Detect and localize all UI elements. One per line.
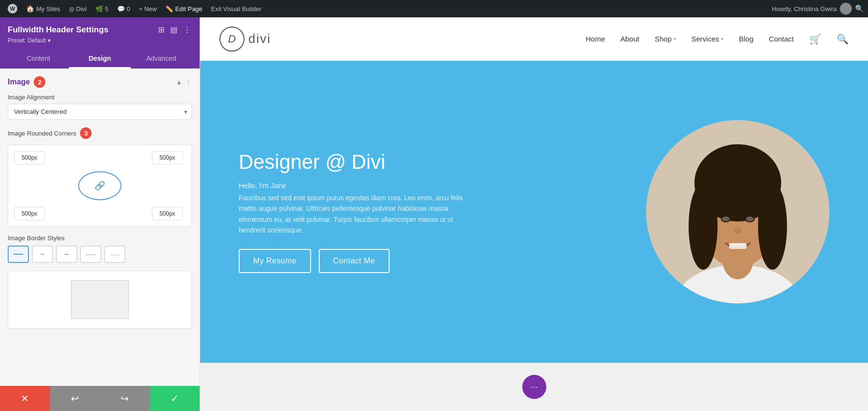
contact-button[interactable]: Contact Me [319, 249, 390, 273]
exit-builder-item[interactable]: Exit Visual Builder [207, 0, 266, 17]
wp-logo-item[interactable]: W [4, 0, 21, 17]
nav-item-home[interactable]: Home [585, 35, 605, 43]
hero-image-area [646, 120, 829, 303]
corner-tl-input[interactable] [14, 151, 45, 164]
tab-advanced[interactable]: Advanced [131, 50, 192, 68]
comment-bubble-item[interactable]: 💬 0 [113, 0, 134, 17]
nav-item-about[interactable]: About [620, 35, 639, 43]
undo-button[interactable]: ↩ [50, 386, 100, 411]
preset-label: Preset: Default [8, 37, 46, 44]
my-sites-item[interactable]: 🏠 My Sites [22, 0, 64, 17]
comments-item[interactable]: 🌿 5 [92, 0, 112, 17]
main-layout: Fullwidth Header Settings ⊞ ▤ ⋮ Preset: … [0, 17, 868, 411]
divi-item[interactable]: ◎ Divi [65, 0, 91, 17]
columns-icon[interactable]: ▤ [169, 24, 178, 35]
svg-point-7 [758, 183, 787, 270]
cancel-icon: ✕ [21, 393, 29, 404]
nav-item-shop[interactable]: Shop ▾ [655, 35, 676, 43]
corner-bl-input[interactable] [14, 207, 45, 220]
nav-item-services[interactable]: Services ▾ [692, 35, 724, 43]
avatar-svg [646, 120, 829, 303]
new-item[interactable]: + New [135, 0, 161, 17]
tab-row: Content Design Advanced [8, 50, 192, 68]
link-icon-center: 🔗 [51, 167, 149, 204]
cancel-button[interactable]: ✕ [0, 386, 50, 411]
dotted-icon: ····· [86, 250, 95, 258]
hero-body: Faucibus sed sed erat ipsum purus egesta… [239, 192, 470, 236]
comment-icon: 💬 [117, 5, 125, 13]
solid-border-icon [14, 254, 23, 255]
dots-icon: ··· [530, 382, 538, 392]
svg-point-12 [734, 228, 742, 234]
settings-panel: Fullwidth Header Settings ⊞ ▤ ⋮ Preset: … [0, 17, 200, 411]
corner-br-input[interactable] [152, 207, 183, 220]
redo-icon: ↪ [121, 393, 129, 404]
corner-tr-input[interactable] [152, 151, 183, 164]
border-style-dashed1[interactable]: ┄ [32, 246, 53, 263]
resume-button[interactable]: My Resume [239, 249, 311, 273]
save-button[interactable]: ✓ [150, 386, 200, 411]
tab-design[interactable]: Design [69, 50, 130, 68]
search-nav-icon[interactable]: 🔍 [837, 33, 849, 45]
floating-menu-button[interactable]: ··· [522, 375, 546, 399]
site-logo: D divi [219, 27, 271, 52]
logo-circle: D [219, 27, 244, 52]
alignment-select[interactable]: Vertically Centered Top Bottom [8, 104, 192, 120]
undo-icon: ↩ [71, 393, 79, 404]
tab-content[interactable]: Content [8, 50, 69, 68]
image-section-header: Image 2 ▲ ⋮ [8, 76, 192, 88]
preset-row[interactable]: Preset: Default ▾ [8, 37, 192, 44]
options-icon[interactable]: ⋮ [185, 78, 192, 86]
border-style-solid[interactable] [8, 246, 29, 263]
link-corners-button[interactable]: 🔗 [78, 171, 122, 200]
logo-icon: D [228, 33, 236, 45]
border-style-dotted[interactable]: ····· [80, 246, 101, 263]
services-chevron-icon: ▾ [721, 36, 723, 41]
hero-section: Designer @ Divi Hello, I'm Jane Faucibus… [200, 61, 868, 363]
admin-bar: W 🏠 My Sites ◎ Divi 🌿 5 💬 0 + New ✏️ Edi… [0, 0, 868, 17]
cart-icon[interactable]: 🛒 [809, 33, 821, 45]
step-badge-2: 2 [34, 76, 45, 88]
hero-subtitle: Hello, I'm Jane [239, 181, 617, 190]
panel-title: Fullwidth Header Settings [8, 25, 108, 35]
pencil-icon: ✏️ [165, 5, 173, 13]
exit-builder-label: Exit Visual Builder [211, 5, 262, 13]
step-badge-3: 3 [80, 127, 92, 139]
dashed2-icon: ╌ [65, 250, 68, 258]
hero-content: Designer @ Divi Hello, I'm Jane Faucibus… [239, 151, 617, 274]
preview-area: D divi Home About Shop ▾ Services ▾ Blog… [200, 17, 868, 411]
edit-page-item[interactable]: ✏️ Edit Page [162, 0, 206, 17]
resize-icon[interactable]: ⊞ [157, 24, 165, 35]
border-style-none[interactable]: — [104, 246, 125, 263]
border-preview-inner [71, 280, 129, 319]
nav-item-contact[interactable]: Contact [769, 35, 794, 43]
border-style-dashed2[interactable]: ╌ [56, 246, 77, 263]
image-section-title: Image [8, 78, 30, 86]
new-label: + New [139, 5, 157, 13]
edit-page-label: Edit Page [175, 5, 202, 13]
nav-item-blog[interactable]: Blog [739, 35, 753, 43]
panel-header: Fullwidth Header Settings ⊞ ▤ ⋮ Preset: … [0, 17, 200, 68]
wp-logo-icon: W [8, 4, 17, 14]
border-styles-label: Image Border Styles [8, 234, 192, 242]
more-icon[interactable]: ⋮ [182, 24, 192, 35]
dashed1-icon: ┄ [41, 250, 44, 258]
panel-footer: ✕ ↩ ↪ ✓ [0, 386, 200, 411]
svg-rect-13 [729, 243, 746, 249]
corners-grid: 🔗 [8, 145, 192, 227]
collapse-icon[interactable]: ▲ [176, 78, 182, 86]
resume-label: My Resume [253, 257, 297, 265]
bottom-section: ··· [200, 363, 868, 411]
rounded-corners-text: Image Rounded Corners [8, 130, 76, 137]
redo-button[interactable]: ↪ [100, 386, 150, 411]
svg-point-11 [746, 217, 754, 221]
link-icon: 🔗 [95, 180, 105, 191]
site-nav-items: Home About Shop ▾ Services ▾ Blog Contac… [585, 33, 849, 45]
hero-avatar [646, 120, 829, 303]
leaf-icon: 🌿 [95, 5, 103, 13]
svg-point-6 [689, 183, 718, 270]
site-nav: D divi Home About Shop ▾ Services ▾ Blog… [200, 17, 868, 61]
no-border-icon: — [110, 249, 119, 260]
search-icon[interactable]: 🔍 [855, 4, 864, 13]
preset-chevron: ▾ [48, 37, 51, 44]
